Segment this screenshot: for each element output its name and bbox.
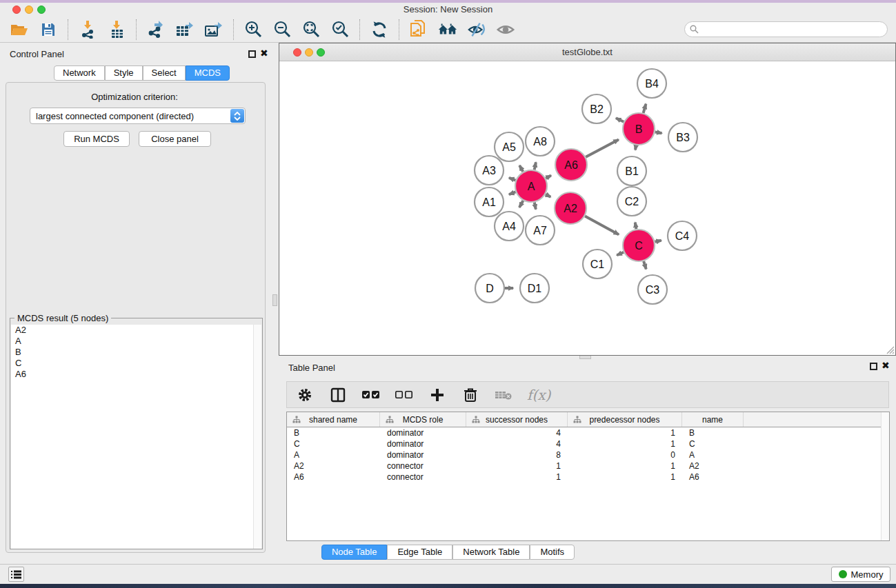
cell-predecessor-nodes[interactable]: 0 — [568, 450, 682, 460]
criterion-dropdown[interactable]: largest connected component (directed) — [30, 108, 246, 124]
new-network-button[interactable] — [409, 20, 428, 39]
show-graphics-details-button[interactable] — [496, 20, 515, 39]
mcds-result-item[interactable]: A — [11, 336, 255, 347]
cell-predecessor-nodes[interactable]: 1 — [568, 461, 682, 471]
tab-edge-table[interactable]: Edge Table — [387, 545, 452, 560]
zoom-selected-button[interactable] — [330, 20, 350, 39]
delete-table-button[interactable] — [494, 385, 513, 405]
tab-network[interactable]: Network — [54, 65, 105, 81]
edge-C-C3[interactable] — [644, 261, 646, 270]
edge-A2-C[interactable] — [585, 216, 619, 234]
column-header-shared-name[interactable]: shared name — [287, 412, 380, 427]
column-view-button[interactable] — [328, 385, 348, 405]
cell-predecessor-nodes[interactable]: 1 — [568, 428, 682, 438]
mcds-result-item[interactable]: A6 — [11, 369, 255, 380]
import-network-button[interactable] — [78, 20, 97, 39]
mcds-result-list[interactable]: A2ABCA6 — [11, 325, 255, 549]
cell-predecessor-nodes[interactable]: 1 — [568, 439, 682, 449]
cell-shared-name[interactable]: A — [287, 450, 380, 460]
export-image-button[interactable] — [204, 20, 223, 39]
open-session-button[interactable] — [10, 20, 29, 39]
network-close-button[interactable] — [293, 48, 301, 57]
task-history-button[interactable] — [8, 567, 24, 582]
edge-A-A2[interactable] — [546, 194, 550, 197]
cell-name[interactable]: A — [682, 450, 744, 460]
cell-MCDS-role[interactable]: connector — [380, 461, 466, 471]
edge-C-C4[interactable] — [655, 241, 661, 242]
edge-A-A7[interactable] — [535, 203, 536, 210]
cell-MCDS-role[interactable]: dominator — [380, 450, 466, 460]
memory-button[interactable]: Memory — [831, 567, 890, 582]
apply-layout-button[interactable] — [370, 20, 389, 39]
table-panel-close-button[interactable]: ✖ — [882, 360, 890, 371]
network-graph[interactable]: B4B2BB3A8A5A6A3B1AA1C2A2A4A7C4CC1C3DD1 — [279, 61, 895, 355]
import-table-button[interactable] — [107, 20, 126, 39]
select-all-button[interactable] — [361, 385, 381, 405]
cell-MCDS-role[interactable]: dominator — [380, 439, 466, 449]
cell-name[interactable]: A2 — [682, 461, 744, 471]
mcds-result-item[interactable]: C — [11, 358, 255, 369]
edge-A-A4[interactable] — [519, 201, 523, 207]
table-row[interactable]: Cdominator41C — [287, 438, 889, 449]
control-panel-close-button[interactable]: ✖ — [260, 48, 268, 59]
edge-C-C2[interactable] — [635, 223, 637, 230]
maximize-window-button[interactable] — [37, 6, 46, 14]
table-row[interactable]: Adominator80A — [287, 449, 889, 460]
network-minimize-button[interactable] — [305, 48, 313, 57]
deselect-all-button[interactable] — [395, 385, 414, 405]
tab-mcds[interactable]: MCDS — [186, 65, 230, 81]
edge-A-A6[interactable] — [546, 176, 551, 179]
zoom-in-button[interactable] — [243, 20, 263, 39]
run-mcds-button[interactable]: Run MCDS — [63, 131, 130, 147]
delete-column-button[interactable] — [461, 385, 480, 405]
column-header-successor-nodes[interactable]: successor nodes — [466, 412, 568, 427]
export-network-button[interactable] — [146, 20, 166, 39]
control-panel-float-button[interactable] — [248, 50, 256, 58]
cell-successor-nodes[interactable]: 8 — [466, 450, 568, 460]
cell-successor-nodes[interactable]: 1 — [466, 472, 568, 482]
network-window-titlebar[interactable]: testGlobe.txt — [279, 43, 895, 61]
cell-MCDS-role[interactable]: connector — [380, 472, 466, 482]
close-window-button[interactable] — [12, 6, 21, 14]
column-header-MCDS-role[interactable]: MCDS role — [380, 412, 466, 427]
mcds-result-item[interactable]: A2 — [11, 325, 255, 336]
tab-style[interactable]: Style — [105, 65, 143, 81]
cell-successor-nodes[interactable]: 4 — [466, 428, 568, 438]
edge-A-A5[interactable] — [519, 165, 523, 172]
table-options-button[interactable] — [295, 385, 315, 405]
tab-motifs[interactable]: Motifs — [530, 545, 575, 560]
function-builder-button[interactable]: f(x) — [527, 387, 550, 403]
cell-shared-name[interactable]: A6 — [287, 472, 380, 482]
add-column-button[interactable] — [428, 385, 447, 405]
column-header-name[interactable]: name — [682, 412, 744, 427]
hide-graphics-details-button[interactable] — [467, 20, 486, 39]
table-panel-float-button[interactable] — [870, 363, 877, 370]
edge-C-C1[interactable] — [617, 252, 624, 255]
tab-node-table[interactable]: Node Table — [321, 545, 388, 560]
tab-network-table[interactable]: Network Table — [452, 545, 530, 560]
resize-grip-icon[interactable] — [885, 345, 895, 354]
cell-name[interactable]: A6 — [682, 472, 744, 482]
mcds-result-scrollbar[interactable] — [253, 325, 261, 549]
edge-B-B4[interactable] — [644, 104, 646, 113]
close-panel-button[interactable]: Close panel — [139, 131, 211, 147]
vertical-split-handle[interactable] — [272, 294, 277, 306]
edge-A6-B[interactable] — [586, 139, 619, 156]
cell-shared-name[interactable]: A2 — [287, 461, 380, 471]
mcds-result-item[interactable]: B — [11, 347, 255, 358]
network-overview-button[interactable] — [438, 20, 457, 39]
node-table[interactable]: shared nameMCDS rolesuccessor nodesprede… — [286, 412, 890, 541]
search-input[interactable] — [684, 21, 888, 37]
cell-shared-name[interactable]: B — [287, 428, 380, 438]
edge-A-A8[interactable] — [535, 162, 536, 170]
column-header-predecessor-nodes[interactable]: predecessor nodes — [568, 412, 682, 427]
cell-shared-name[interactable]: C — [287, 439, 380, 449]
edge-B-B1[interactable] — [635, 145, 636, 150]
edge-B-B3[interactable] — [655, 132, 662, 133]
minimize-window-button[interactable] — [25, 6, 33, 14]
table-row[interactable]: Bdominator41B — [287, 427, 889, 438]
tab-select[interactable]: Select — [143, 65, 186, 81]
cell-successor-nodes[interactable]: 4 — [466, 439, 568, 449]
edge-A-A1[interactable] — [509, 192, 516, 194]
edge-B-B2[interactable] — [616, 118, 624, 121]
